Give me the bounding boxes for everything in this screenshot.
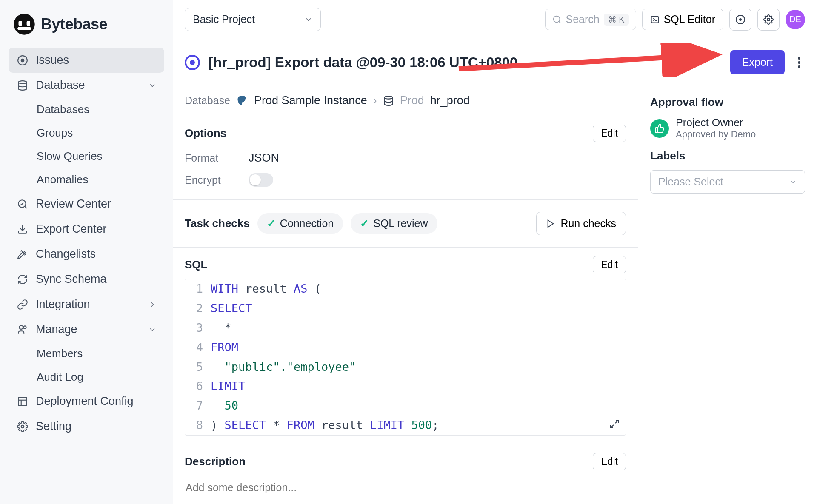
sidebar-item-sync-schema[interactable]: Sync Schema (9, 267, 164, 292)
description-input[interactable] (185, 476, 626, 500)
sql-editor[interactable]: 1WITH result AS (2SELECT3 *4FROM5 "publi… (185, 279, 626, 436)
line-number: 8 (185, 416, 211, 435)
labels-placeholder: Please Select (658, 176, 723, 188)
database-breadcrumb: Database Prod Sample Instance › Prod hr_… (185, 94, 626, 107)
sidebar-item-label: Integration (36, 298, 90, 311)
export-button[interactable]: Export (730, 50, 785, 74)
instance-name[interactable]: Prod Sample Instance (254, 94, 367, 107)
sidebar-item-anomalies[interactable]: Anomalies (29, 168, 164, 191)
description-section: Description Edit (173, 444, 638, 504)
labels-header: Labels (650, 149, 805, 162)
sidebar-manage-submenu: Members Audit Log (9, 342, 164, 389)
database-icon (16, 79, 29, 92)
svg-point-24 (798, 65, 800, 68)
description-header: Description (185, 455, 246, 468)
gear-icon (16, 420, 29, 433)
record-button[interactable] (729, 9, 751, 31)
sidebar-item-label: Sync Schema (36, 273, 107, 286)
svg-point-5 (21, 59, 24, 62)
sidebar-item-label: Changelists (36, 248, 96, 261)
sidebar: Bytebase Issues Database Databases Group… (0, 0, 173, 504)
more-menu-button[interactable] (793, 57, 805, 68)
sidebar-item-changelists[interactable]: Changelists (9, 242, 164, 267)
topbar: Basic Project Search ⌘ K SQL Editor DE (173, 0, 817, 39)
expand-icon[interactable] (609, 419, 620, 429)
sidebar-item-review-center[interactable]: Review Center (9, 191, 164, 216)
project-selector[interactable]: Basic Project (185, 8, 321, 31)
svg-point-23 (798, 61, 800, 64)
options-edit-button[interactable]: Edit (593, 125, 626, 142)
approver-role: Project Owner (676, 117, 756, 129)
logo[interactable]: Bytebase (9, 7, 164, 48)
svg-point-22 (798, 57, 800, 60)
download-icon (16, 223, 29, 236)
svg-point-10 (23, 326, 26, 329)
format-label: Format (185, 152, 227, 164)
main-area: Basic Project Search ⌘ K SQL Editor DE [… (173, 0, 817, 504)
bytebase-logo-icon (13, 13, 36, 36)
sidebar-item-issues[interactable]: Issues (9, 48, 164, 73)
svg-point-14 (21, 425, 24, 428)
run-checks-button[interactable]: Run checks (536, 212, 626, 235)
code: FROM (211, 338, 626, 357)
content-column: Database Prod Sample Instance › Prod hr_… (173, 85, 638, 504)
code: * (211, 318, 626, 338)
sql-line: 7 50 (185, 396, 626, 416)
svg-point-15 (553, 16, 560, 22)
issue-status-icon (185, 55, 200, 70)
page-title: [hr_prod] Export data @09-30 18:06 UTC+0… (209, 54, 722, 71)
code: LIMIT (211, 376, 626, 396)
code: SELECT (211, 299, 626, 318)
right-panel: Approval flow Project Owner Approved by … (638, 85, 817, 504)
check-sql-review-chip[interactable]: ✓ SQL review (351, 213, 437, 234)
search-shortcut: ⌘ K (604, 14, 629, 26)
postgres-icon (236, 95, 248, 107)
check-connection-chip[interactable]: ✓ Connection (257, 213, 343, 234)
sql-editor-button[interactable]: SQL Editor (642, 9, 723, 30)
play-icon (546, 219, 555, 228)
sidebar-item-label: Manage (36, 323, 77, 336)
body-split: Database Prod Sample Instance › Prod hr_… (173, 85, 817, 504)
sidebar-item-groups[interactable]: Groups (29, 121, 164, 145)
line-number: 2 (185, 299, 211, 318)
sidebar-item-database[interactable]: Database (9, 73, 164, 98)
svg-point-6 (18, 81, 27, 84)
svg-point-20 (740, 19, 741, 20)
user-avatar[interactable]: DE (786, 10, 805, 29)
svg-rect-1 (19, 21, 22, 26)
sidebar-item-export-center[interactable]: Export Center (9, 216, 164, 242)
settings-button[interactable] (757, 9, 780, 31)
approver-status: Approved by Demo (676, 129, 756, 140)
sidebar-item-integration[interactable]: Integration (9, 292, 164, 317)
labels-select[interactable]: Please Select (650, 170, 805, 194)
chevron-down-icon (148, 325, 157, 334)
database-label: Database (185, 94, 230, 107)
encrypt-label: Encrypt (185, 174, 227, 186)
sql-line: 5 "public"."employee" (185, 357, 626, 377)
sidebar-item-deployment-config[interactable]: Deployment Config (9, 389, 164, 414)
database-section: Database Prod Sample Instance › Prod hr_… (173, 85, 638, 116)
code: ) SELECT * FROM result LIMIT 500; (211, 416, 626, 435)
more-vertical-icon (797, 57, 801, 68)
search-input[interactable]: Search ⌘ K (545, 9, 636, 30)
refresh-icon (16, 273, 29, 286)
sidebar-item-label: Setting (36, 420, 71, 433)
description-edit-button[interactable]: Edit (593, 453, 626, 470)
sql-line: 4FROM (185, 338, 626, 357)
env-name: Prod (400, 94, 424, 107)
sql-edit-button[interactable]: Edit (593, 256, 626, 273)
sidebar-item-audit-log[interactable]: Audit Log (29, 365, 164, 389)
sidebar-database-submenu: Databases Groups Slow Queries Anomalies (9, 98, 164, 191)
db-name[interactable]: hr_prod (430, 94, 470, 107)
encrypt-toggle[interactable] (249, 173, 273, 187)
search-placeholder: Search (566, 13, 600, 26)
sidebar-item-slow-queries[interactable]: Slow Queries (29, 145, 164, 168)
sidebar-item-databases[interactable]: Databases (29, 98, 164, 121)
approval-flow-header: Approval flow (650, 96, 805, 109)
gear-icon (763, 14, 774, 25)
sidebar-item-setting[interactable]: Setting (9, 414, 164, 439)
sidebar-item-manage[interactable]: Manage (9, 317, 164, 342)
chevron-down-icon (789, 178, 797, 186)
sidebar-item-members[interactable]: Members (29, 342, 164, 365)
sidebar-item-label: Deployment Config (36, 395, 134, 408)
